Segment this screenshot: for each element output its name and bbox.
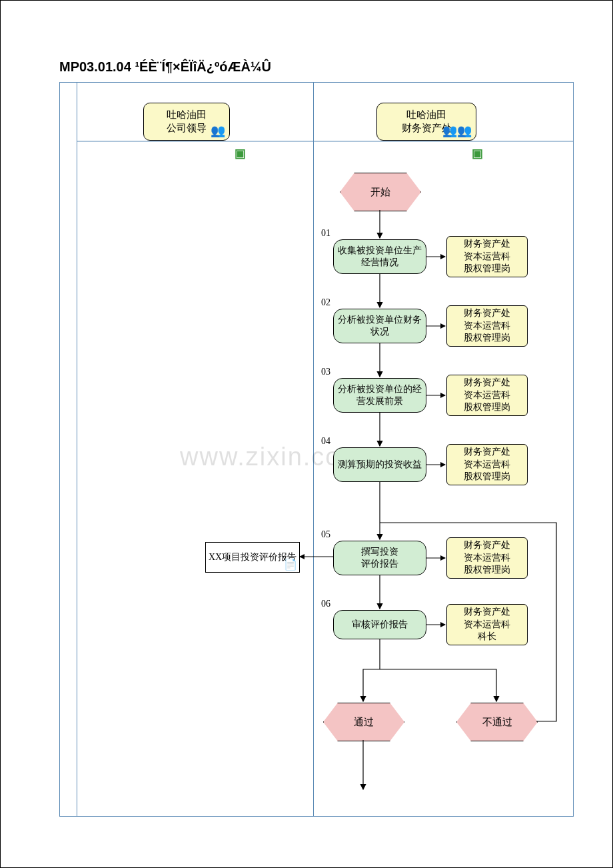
role-box-4: 财务资产处 资本运营科 股权管理岗 bbox=[446, 444, 528, 485]
role-box-5: 财务资产处 资本运营科 股权管理岗 bbox=[446, 537, 528, 579]
process-write-report: 撰写投资 评价报告 bbox=[333, 541, 426, 575]
decision-fail: 不通过 bbox=[456, 703, 538, 741]
lane-right-line1: 吐哈油田 bbox=[406, 109, 446, 120]
process-analyze-finance: 分析被投资单位财务状况 bbox=[333, 309, 426, 343]
org-icon: ▣ bbox=[235, 146, 246, 161]
step-number-05: 05 bbox=[321, 529, 330, 540]
diagram-frame: www.zixin.com.cn 吐哈油田 公司领导 👥 吐哈油田 财务资产处 … bbox=[59, 82, 574, 817]
process-review-report: 审核评价报告 bbox=[333, 610, 426, 639]
start-node: 开始 bbox=[340, 173, 421, 211]
step-number-04: 04 bbox=[321, 436, 330, 447]
diagram-title: MP03.01.04 ¹ÉÈ¨Í¶×ÊÏîÄ¿ºóÆÀ¼Û bbox=[59, 59, 271, 75]
role-box-1: 财务资产处 资本运营科 股权管理岗 bbox=[446, 236, 528, 277]
step-number-03: 03 bbox=[321, 367, 330, 377]
process-calculate-return: 测算预期的投资收益 bbox=[333, 447, 426, 482]
document-icon: 📄 bbox=[284, 558, 297, 571]
people-icon: 👥👥 bbox=[442, 123, 472, 139]
people-icon: 👥 bbox=[211, 123, 225, 139]
process-analyze-prospect: 分析被投资单位的经营发展前景 bbox=[333, 378, 426, 413]
org-icon: ▣ bbox=[472, 146, 483, 161]
lane-divider bbox=[313, 83, 314, 816]
document-report: XX项目投资评价报告 📄 bbox=[205, 542, 300, 573]
role-box-3: 财务资产处 资本运营科 股权管理岗 bbox=[446, 375, 528, 416]
step-number-01: 01 bbox=[321, 228, 330, 239]
decision-pass: 通过 bbox=[323, 703, 404, 741]
process-collect: 收集被投资单位生产经营情况 bbox=[333, 239, 426, 274]
lane-left-line1: 吐哈油田 bbox=[167, 109, 207, 120]
lane-left-line2: 公司领导 bbox=[167, 123, 207, 133]
role-box-2: 财务资产处 资本运营科 股权管理岗 bbox=[446, 305, 528, 347]
lane-header-left: 吐哈油田 公司领导 👥 bbox=[143, 103, 230, 141]
diagram-page: MP03.01.04 ¹ÉÈ¨Í¶×ÊÏîÄ¿ºóÆÀ¼Û www.zixin.… bbox=[0, 0, 613, 868]
step-number-02: 02 bbox=[321, 297, 330, 308]
role-box-6: 财务资产处 资本运营科 科长 bbox=[446, 604, 528, 645]
lane-header-right: 吐哈油田 财务资产处 👥👥 bbox=[376, 103, 476, 141]
step-number-06: 06 bbox=[321, 599, 330, 609]
lane-divider bbox=[77, 83, 77, 816]
